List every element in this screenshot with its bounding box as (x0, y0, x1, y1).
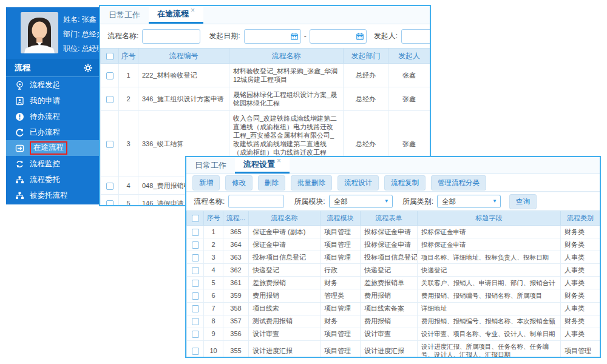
cell-title-field: 项目名称、详细地址、投标负责人、投标日期 (418, 251, 561, 264)
row-checkbox[interactable] (192, 229, 199, 236)
cell-category: 财务类 (561, 289, 600, 302)
cell-code: 358 (223, 302, 249, 315)
row-checkbox[interactable] (192, 241, 199, 249)
row-checkbox[interactable] (106, 200, 114, 206)
sidebar-item-process-monitor[interactable]: 流程监控 (6, 156, 99, 172)
row-checkbox[interactable] (192, 305, 199, 312)
row-checkbox[interactable] (192, 280, 199, 287)
select-all-checkbox[interactable] (106, 53, 114, 60)
process-name-input[interactable] (142, 29, 200, 44)
gear-icon[interactable] (83, 63, 93, 73)
tab-in-transit-processes[interactable]: 在途流程 × (149, 6, 203, 24)
cell-category: 人事类 (561, 302, 600, 315)
table-row[interactable]: 9 356 设计审查 项目管理 设计审查 设计审查、项目名称、专业、设计人、制单… (187, 328, 600, 340)
cell-category: 人事类 (561, 264, 600, 277)
table-row[interactable]: 7 358 项目线索 项目管理 项目线索备案 详细地址 人事类 (187, 302, 600, 315)
date-range-separator: - (304, 32, 307, 41)
process-copy-button[interactable]: 流程复制 (384, 175, 426, 190)
table-row[interactable]: 2 346_施工组织设计方案申请 晟铭园林绿化工程组织设计方案_晟铭园林绿化工程… (101, 87, 430, 111)
table-row[interactable]: 10 355 设计进度汇报 项目管理 设计进度汇报 设计进度汇报、所属项目、任务… (187, 340, 600, 358)
table-row[interactable]: 4 362 快递登记 行政 快递登记 快递登记 人事类 (187, 264, 600, 277)
sidebar-section-title: 流程 (15, 63, 30, 72)
row-checkbox[interactable] (192, 254, 199, 261)
search-button[interactable]: 查询 (509, 194, 537, 209)
cell-name: 投标项目信息登记 (249, 251, 320, 264)
sidebar-item-process-delegate[interactable]: 流程委托 (6, 172, 99, 187)
col-header-title-field: 标题字段 (418, 211, 561, 226)
table-row[interactable]: 6 359 费用报销 管理类 费用报销 费用报销、报销编号、报销名称、所属项目 … (187, 289, 600, 302)
module-label: 所属模块: (294, 197, 325, 207)
sidebar-item-in-transit-processes[interactable]: 在途流程 (6, 140, 99, 156)
cell-module: 项目管理 (320, 238, 361, 251)
process-name-label: 流程名称: (194, 197, 225, 207)
process-design-button[interactable]: 流程设计 (337, 175, 379, 190)
cell-module: 项目管理 (320, 340, 361, 358)
cell-code: 346_施工组织设计方案申请 (138, 87, 229, 111)
edit-button[interactable]: 修改 (225, 175, 253, 190)
add-button[interactable]: 新增 (192, 175, 220, 190)
calendar-icon[interactable] (356, 33, 364, 40)
manage-categories-button[interactable]: 管理流程分类 (431, 175, 486, 190)
col-header-category: 流程类别 (561, 211, 600, 226)
user-profile: 姓名: 张鑫 部门: 总经办 职位: 总经理 (6, 7, 99, 59)
sidebar-item-delegated-processes[interactable]: 被委托流程 (6, 187, 99, 203)
col-header-no: 序号 (204, 211, 223, 226)
cell-person: 张鑫 (388, 64, 430, 87)
cell-code: 356 (223, 328, 249, 340)
close-icon[interactable]: × (191, 6, 195, 15)
sidebar-item-done-processes[interactable]: 已办流程 (6, 124, 99, 140)
id-card-icon (15, 96, 24, 106)
cell-person: 张鑫 (388, 87, 430, 111)
delete-button[interactable]: 删除 (258, 175, 285, 190)
panel2-tabstrip: 日常工作 流程设置 × (186, 157, 600, 174)
sitemap-icon (15, 175, 24, 184)
cell-no: 5 (204, 277, 223, 289)
cell-name: 差旅费报销 (249, 277, 320, 289)
table-row[interactable]: 5 361 差旅费报销 财务 差旅费报销单 关联客户、报销人、申请日期、部门、报… (187, 277, 600, 289)
tab-daily-work[interactable]: 日常工作 (186, 157, 235, 174)
category-select[interactable]: 全部 ▼ (437, 195, 501, 208)
sidebar-section-header: 流程 (6, 59, 99, 77)
sidebar-item-pending-processes[interactable]: 待办流程 (6, 109, 99, 124)
module-select[interactable]: 全部 ▼ (329, 195, 393, 208)
sitemap-icon (15, 191, 24, 200)
cell-title-field: 详细地址 (418, 302, 561, 315)
close-icon[interactable]: × (277, 157, 281, 165)
row-checkbox[interactable] (192, 348, 199, 355)
table-row[interactable]: 1 365 保证金申请 (副本) 项目管理 投标保证金申请 投标保证金申请 财务… (187, 226, 600, 238)
col-header-no: 序号 (119, 49, 138, 64)
process-name-input[interactable] (228, 195, 284, 208)
select-all-checkbox[interactable] (192, 215, 199, 222)
row-checkbox[interactable] (106, 72, 114, 79)
panel1-tabstrip: 日常工作 在途流程 × (100, 6, 430, 24)
row-checkbox[interactable] (106, 96, 114, 103)
table-row[interactable]: 8 357 测试费用报销 财务 费用报销 费用报销、报销编号、报销名称、本次报销… (187, 315, 600, 328)
start-date-from-field[interactable] (244, 29, 301, 44)
cell-name: 测试费用报销 (249, 315, 320, 328)
cell-no: 7 (204, 302, 223, 315)
row-checkbox[interactable] (192, 292, 199, 300)
sidebar-item-my-applications[interactable]: 我的申请 (6, 93, 99, 109)
sidebar-item-process-start[interactable]: 流程发起 (6, 77, 99, 93)
col-header-person: 发起人 (388, 49, 430, 64)
table-row[interactable]: 2 364 保证金申请 项目管理 投标保证金申请 投标保证金申请 财务类 (187, 238, 600, 251)
avatar-photo (21, 12, 58, 53)
row-checkbox[interactable] (106, 183, 114, 190)
select-all-header (101, 49, 119, 64)
cell-module: 行政 (320, 264, 361, 277)
calendar-icon[interactable] (291, 33, 298, 40)
col-header-module: 流程模块 (320, 211, 361, 226)
start-date-to-field[interactable] (310, 29, 367, 44)
cell-code: 365 (223, 226, 249, 238)
table-row[interactable]: 1 222_材料验收登记 材料验收登记_材料采购_张鑫_华润12城房建工程项目 … (101, 64, 430, 87)
row-checkbox[interactable] (192, 331, 199, 338)
batch-delete-button[interactable]: 批量删除 (291, 175, 332, 190)
initiator-input[interactable] (401, 29, 431, 44)
row-checkbox[interactable] (192, 318, 199, 325)
cell-title-field: 费用报销、报销编号、报销名称、所属项目 (418, 289, 561, 302)
table-row[interactable]: 3 363 投标项目信息登记 项目管理 投标项目信息登记 项目名称、详细地址、投… (187, 251, 600, 264)
tab-daily-work[interactable]: 日常工作 (100, 6, 149, 24)
tab-process-settings[interactable]: 流程设置 × (235, 157, 290, 174)
row-checkbox[interactable] (106, 141, 114, 148)
row-checkbox[interactable] (192, 267, 199, 274)
